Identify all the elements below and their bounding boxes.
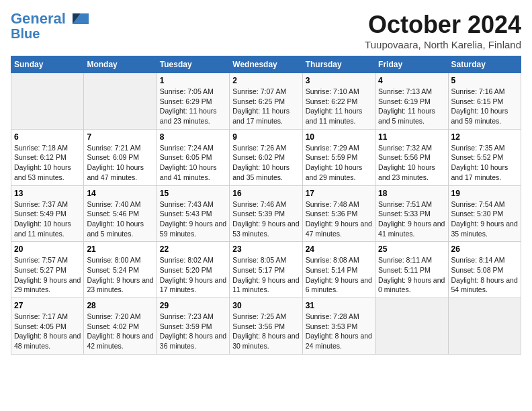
day-number: 15 [160,189,226,198]
day-number: 17 [306,189,372,198]
day-number: 9 [232,132,299,142]
day-info: Sunrise: 8:05 AMSunset: 5:17 PMDaylight:… [232,255,299,295]
calendar-cell: 10Sunrise: 7:29 AMSunset: 5:59 PMDayligh… [302,129,375,185]
day-info: Sunrise: 7:37 AMSunset: 5:49 PMDaylight:… [14,199,81,239]
calendar-cell: 18Sunrise: 7:51 AMSunset: 5:33 PMDayligh… [375,185,448,242]
calendar-cell: 9Sunrise: 7:26 AMSunset: 6:02 PMDaylight… [230,129,302,185]
day-of-week-header: Monday [84,56,157,73]
day-info: Sunrise: 7:24 AMSunset: 6:05 PMDaylight:… [160,143,226,183]
day-info: Sunrise: 7:07 AMSunset: 6:25 PMDaylight:… [232,87,299,126]
day-info: Sunrise: 7:51 AMSunset: 5:33 PMDaylight:… [378,199,445,239]
day-info: Sunrise: 7:23 AMSunset: 3:59 PMDaylight:… [160,312,226,351]
calendar-cell: 4Sunrise: 7:13 AMSunset: 6:19 PMDaylight… [375,73,448,130]
calendar-cell: 19Sunrise: 7:54 AMSunset: 5:30 PMDayligh… [448,185,521,242]
day-info: Sunrise: 7:29 AMSunset: 5:59 PMDaylight:… [306,143,372,183]
calendar-cell: 22Sunrise: 8:02 AMSunset: 5:20 PMDayligh… [157,242,229,298]
calendar-cell [448,298,521,355]
title-area: October 2024 Tuupovaara, North Karelia, … [365,11,521,50]
day-number: 30 [232,301,299,310]
day-info: Sunrise: 7:28 AMSunset: 3:53 PMDaylight:… [306,312,372,351]
calendar-cell [84,73,157,130]
calendar-week-row: 13Sunrise: 7:37 AMSunset: 5:49 PMDayligh… [11,185,521,242]
calendar-cell: 13Sunrise: 7:37 AMSunset: 5:49 PMDayligh… [11,185,84,242]
calendar-cell: 27Sunrise: 7:17 AMSunset: 4:05 PMDayligh… [11,298,84,355]
location: Tuupovaara, North Karelia, Finland [365,39,521,50]
day-info: Sunrise: 7:57 AMSunset: 5:27 PMDaylight:… [14,255,81,295]
calendar-header-row: SundayMondayTuesdayWednesdayThursdayFrid… [11,56,521,73]
calendar-cell: 31Sunrise: 7:28 AMSunset: 3:53 PMDayligh… [302,298,375,355]
calendar-cell: 20Sunrise: 7:57 AMSunset: 5:27 PMDayligh… [11,242,84,298]
day-info: Sunrise: 7:18 AMSunset: 6:12 PMDaylight:… [14,143,81,183]
day-info: Sunrise: 7:20 AMSunset: 4:02 PMDaylight:… [87,312,153,351]
day-info: Sunrise: 7:46 AMSunset: 5:39 PMDaylight:… [232,199,299,239]
day-number: 18 [378,189,445,198]
day-info: Sunrise: 7:25 AMSunset: 3:56 PMDaylight:… [232,312,299,351]
day-of-week-header: Saturday [448,56,521,73]
day-number: 1 [160,76,226,85]
calendar-cell [11,73,84,130]
logo-icon [67,11,89,27]
day-number: 14 [87,189,153,198]
calendar-cell: 2Sunrise: 7:07 AMSunset: 6:25 PMDaylight… [230,73,302,130]
calendar-cell: 1Sunrise: 7:05 AMSunset: 6:29 PMDaylight… [157,73,229,130]
day-of-week-header: Friday [375,56,448,73]
day-of-week-header: Thursday [302,56,375,73]
day-info: Sunrise: 7:17 AMSunset: 4:05 PMDaylight:… [14,312,81,351]
day-info: Sunrise: 7:54 AMSunset: 5:30 PMDaylight:… [451,199,518,239]
day-info: Sunrise: 8:00 AMSunset: 5:24 PMDaylight:… [87,255,153,295]
calendar-cell: 7Sunrise: 7:21 AMSunset: 6:09 PMDaylight… [84,129,157,185]
day-number: 19 [451,189,518,198]
day-number: 24 [306,244,372,254]
logo: General Blue [11,11,89,40]
calendar-week-row: 20Sunrise: 7:57 AMSunset: 5:27 PMDayligh… [11,242,521,298]
day-of-week-header: Sunday [11,56,84,73]
day-number: 25 [378,244,445,254]
day-info: Sunrise: 7:10 AMSunset: 6:22 PMDaylight:… [306,87,372,126]
day-info: Sunrise: 8:02 AMSunset: 5:20 PMDaylight:… [160,255,226,295]
calendar-cell: 28Sunrise: 7:20 AMSunset: 4:02 PMDayligh… [84,298,157,355]
day-info: Sunrise: 7:40 AMSunset: 5:46 PMDaylight:… [87,199,153,239]
day-info: Sunrise: 8:08 AMSunset: 5:14 PMDaylight:… [306,255,372,295]
day-info: Sunrise: 7:43 AMSunset: 5:43 PMDaylight:… [160,199,226,239]
day-info: Sunrise: 8:11 AMSunset: 5:11 PMDaylight:… [378,255,445,295]
day-number: 10 [306,132,372,142]
calendar-table: SundayMondayTuesdayWednesdayThursdayFrid… [11,56,521,355]
calendar-cell: 26Sunrise: 8:14 AMSunset: 5:08 PMDayligh… [448,242,521,298]
calendar-week-row: 27Sunrise: 7:17 AMSunset: 4:05 PMDayligh… [11,298,521,355]
day-number: 11 [378,132,445,142]
day-number: 12 [451,132,518,142]
day-number: 31 [306,301,372,310]
day-number: 23 [232,244,299,254]
calendar-cell: 14Sunrise: 7:40 AMSunset: 5:46 PMDayligh… [84,185,157,242]
month-title: October 2024 [365,11,521,39]
day-number: 27 [14,301,81,310]
day-info: Sunrise: 7:26 AMSunset: 6:02 PMDaylight:… [232,143,299,183]
day-of-week-header: Wednesday [230,56,302,73]
day-number: 20 [14,244,81,254]
calendar-week-row: 1Sunrise: 7:05 AMSunset: 6:29 PMDaylight… [11,73,521,130]
day-number: 5 [451,76,518,85]
day-number: 28 [87,301,153,310]
day-number: 16 [232,189,299,198]
day-info: Sunrise: 7:21 AMSunset: 6:09 PMDaylight:… [87,143,153,183]
day-info: Sunrise: 7:13 AMSunset: 6:19 PMDaylight:… [378,87,445,126]
day-number: 22 [160,244,226,254]
day-number: 21 [87,244,153,254]
calendar-cell: 24Sunrise: 8:08 AMSunset: 5:14 PMDayligh… [302,242,375,298]
day-number: 7 [87,132,153,142]
calendar-cell: 25Sunrise: 8:11 AMSunset: 5:11 PMDayligh… [375,242,448,298]
calendar-week-row: 6Sunrise: 7:18 AMSunset: 6:12 PMDaylight… [11,129,521,185]
day-number: 6 [14,132,81,142]
calendar-cell: 29Sunrise: 7:23 AMSunset: 3:59 PMDayligh… [157,298,229,355]
calendar-cell: 12Sunrise: 7:35 AMSunset: 5:52 PMDayligh… [448,129,521,185]
calendar-cell: 11Sunrise: 7:32 AMSunset: 5:56 PMDayligh… [375,129,448,185]
day-info: Sunrise: 7:05 AMSunset: 6:29 PMDaylight:… [160,87,226,126]
day-number: 13 [14,189,81,198]
day-info: Sunrise: 7:16 AMSunset: 6:15 PMDaylight:… [451,87,518,126]
logo-blue-text: Blue [11,27,40,40]
calendar-cell [375,298,448,355]
page-header: General Blue October 2024 Tuupovaara, No… [11,11,521,50]
day-number: 2 [232,76,299,85]
day-info: Sunrise: 7:35 AMSunset: 5:52 PMDaylight:… [451,143,518,183]
calendar-cell: 15Sunrise: 7:43 AMSunset: 5:43 PMDayligh… [157,185,229,242]
